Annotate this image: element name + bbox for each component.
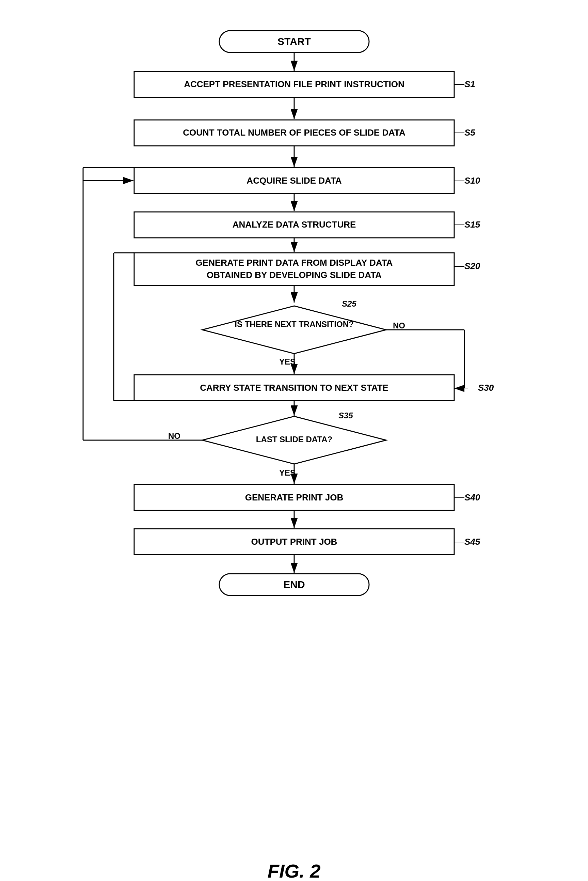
s20-label-2: OBTAINED BY DEVELOPING SLIDE DATA	[207, 270, 382, 280]
s15-label: ANALYZE DATA STRUCTURE	[232, 219, 356, 230]
s10-step: S10	[464, 176, 480, 186]
s30-step: S30	[478, 383, 494, 393]
s20-step: S20	[464, 261, 480, 271]
s10-label: ACQUIRE SLIDE DATA	[246, 176, 342, 186]
figure-caption: FIG. 2	[268, 860, 321, 881]
s35-no: NO	[168, 431, 180, 440]
s25-yes: YES	[279, 357, 296, 366]
end-label: END	[283, 579, 305, 590]
s1-label: ACCEPT PRESENTATION FILE PRINT INSTRUCTI…	[184, 79, 405, 89]
s25-label: IS THERE NEXT TRANSITION?	[235, 320, 353, 329]
s45-step: S45	[464, 537, 480, 547]
s40-step: S40	[464, 492, 480, 502]
s25-diamond	[202, 306, 386, 353]
start-label: START	[278, 36, 311, 47]
s35-label: LAST SLIDE DATA?	[256, 435, 332, 444]
s25-no: NO	[393, 321, 405, 330]
flowchart: START ACCEPT PRESENTATION FILE PRINT INS…	[56, 20, 532, 839]
s15-step: S15	[464, 219, 480, 230]
s30-label: CARRY STATE TRANSITION TO NEXT STATE	[200, 383, 388, 393]
s20-label-1: GENERATE PRINT DATA FROM DISPLAY DATA	[195, 257, 393, 268]
s45-label: OUTPUT PRINT JOB	[251, 537, 337, 547]
s5-label: COUNT TOTAL NUMBER OF PIECES OF SLIDE DA…	[183, 128, 405, 138]
s35-yes: YES	[279, 468, 296, 477]
s35-step: S35	[338, 411, 353, 420]
s25-step: S25	[342, 299, 357, 308]
s40-label: GENERATE PRINT JOB	[245, 492, 343, 502]
s1-step: S1	[464, 79, 475, 89]
flowchart-svg: START ACCEPT PRESENTATION FILE PRINT INS…	[56, 20, 532, 838]
page: START ACCEPT PRESENTATION FILE PRINT INS…	[7, 7, 581, 881]
s5-step: S5	[464, 128, 475, 138]
